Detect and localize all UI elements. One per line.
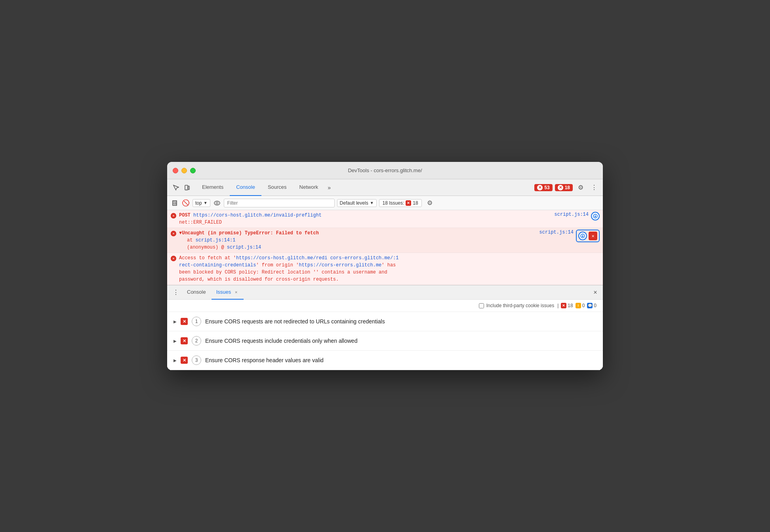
script-link-1[interactable]: script.js:14: [555, 212, 589, 217]
device-icon[interactable]: [181, 182, 192, 193]
download-button-1[interactable]: [591, 212, 600, 220]
info-badge-icon: 💬: [587, 303, 593, 308]
error-count-badge[interactable]: ✕ 53: [534, 184, 552, 191]
issue-row-1[interactable]: ▶ ✕ 1 Ensure CORS requests are not redir…: [167, 312, 603, 331]
titlebar: DevTools - cors-errors.glitch.me/: [167, 162, 603, 179]
entry-2-right: script.js:14 ✕: [539, 230, 600, 242]
svg-point-7: [214, 201, 220, 205]
bottom-tab-issues[interactable]: Issues ×: [212, 285, 244, 300]
issue-1-count: 1: [192, 317, 201, 326]
issue-3-count: 3: [192, 355, 201, 365]
script-inline-link[interactable]: script.js:14:1: [196, 238, 236, 243]
entry-3-content: Access to fetch at 'https://cors-host.gl…: [179, 255, 600, 283]
entry-1-content: POST https://cors-host.glitch.me/invalid…: [179, 212, 551, 226]
issue-1-error-icon: ✕: [181, 318, 188, 325]
separator: |: [557, 303, 558, 308]
error-icon: ✕: [537, 185, 543, 190]
bottom-more-icon[interactable]: ⋮: [170, 289, 181, 296]
issues-tab-close[interactable]: ×: [233, 289, 239, 295]
error-icon-2: ✕: [170, 230, 177, 237]
svg-point-8: [216, 202, 218, 204]
panel-close-button[interactable]: ×: [591, 288, 600, 297]
issues-count-badges: | ✕ 18 ! 0 💬 0: [557, 303, 597, 308]
traffic-lights: [173, 168, 196, 173]
svg-rect-1: [188, 186, 189, 190]
console-entry-2: ✕ ▼Uncaught (in promise) TypeError: Fail…: [167, 228, 603, 253]
console-area: ✕ POST https://cors-host.glitch.me/inval…: [167, 210, 603, 285]
error-count-group: ✕ 18: [561, 303, 573, 308]
settings-icon[interactable]: ⚙: [575, 182, 586, 193]
tab-elements[interactable]: Elements: [196, 179, 230, 196]
issue-1-expand-icon: ▶: [173, 319, 177, 324]
svg-point-2: [186, 189, 187, 189]
error-icon-1: ✕: [170, 213, 177, 219]
issues-filter-bar: Include third-party cookie issues | ✕ 18…: [167, 300, 603, 312]
anon-link[interactable]: script.js:14: [227, 245, 261, 250]
inspector-icon[interactable]: [170, 182, 181, 193]
issue-2-count: 2: [192, 336, 201, 346]
rect-link[interactable]: rect-containing-credentials: [179, 262, 256, 268]
tab-sources[interactable]: Sources: [261, 179, 293, 196]
devtools-window: DevTools - cors-errors.glitch.me/ Elemen…: [167, 162, 603, 370]
warn-badge-icon: !: [576, 303, 581, 308]
chevron-down-icon: ▼: [370, 201, 374, 205]
live-expressions-button[interactable]: [213, 199, 221, 207]
third-party-checkbox[interactable]: [479, 303, 484, 308]
entry-1-right: script.js:14: [555, 212, 600, 220]
more-options-icon[interactable]: ⋮: [589, 182, 600, 193]
issue-2-expand-icon: ▶: [173, 339, 177, 343]
close-button[interactable]: [173, 168, 178, 173]
issues-badge[interactable]: 18 Issues: ✕ 18: [379, 199, 422, 207]
bottom-panel: ⋮ Console Issues × × Include third-party…: [167, 285, 603, 370]
issue-3-error-icon: ✕: [181, 357, 188, 364]
error-badge-icon: ✕: [561, 303, 566, 308]
script-link-2[interactable]: script.js:14: [539, 230, 574, 235]
warn-count-group: ! 0: [576, 303, 585, 308]
minimize-button[interactable]: [181, 168, 187, 173]
issue-row-3[interactable]: ▶ ✕ 3 Ensure CORS response header values…: [167, 351, 603, 370]
second-toolbar: 🚫 top ▼ Default levels ▼ 18 Issues: ✕ 18: [167, 196, 603, 210]
clear-console-button[interactable]: [170, 199, 179, 207]
tab-console[interactable]: Console: [230, 179, 261, 196]
post-url-link[interactable]: https://cors-host.glitch.me/invalid-pref…: [193, 213, 322, 218]
bottom-tab-console[interactable]: Console: [182, 285, 211, 300]
warning-icon: ✕: [558, 185, 563, 190]
close-error-button[interactable]: ✕: [589, 232, 597, 240]
issue-row-2[interactable]: ▶ ✕ 2 Ensure CORS requests include crede…: [167, 331, 603, 351]
error-icon-3: ✕: [170, 255, 177, 262]
origin-link[interactable]: https://cors-errors.glitch.me: [299, 262, 381, 268]
console-entry-1: ✕ POST https://cors-host.glitch.me/inval…: [167, 210, 603, 228]
entry-2-content: ▼Uncaught (in promise) TypeError: Failed…: [179, 230, 536, 251]
issues-error-icon: ✕: [406, 200, 411, 206]
warning-count-badge[interactable]: ✕ 18: [555, 184, 573, 191]
third-party-checkbox-label[interactable]: Include third-party cookie issues: [479, 303, 554, 308]
context-selector[interactable]: top ▼: [192, 199, 210, 207]
top-toolbar: Elements Console Sources Network » ✕: [167, 179, 603, 196]
action-buttons-highlight: ✕: [576, 230, 600, 242]
default-levels-selector[interactable]: Default levels ▼: [337, 199, 377, 207]
window-title: DevTools - cors-errors.glitch.me/: [348, 167, 422, 173]
cors-errors-link[interactable]: cors-errors.glitch.me/:1: [330, 255, 399, 261]
bottom-tabs: ⋮ Console Issues × ×: [167, 285, 603, 300]
info-count-group: 💬 0: [587, 303, 597, 308]
issue-3-expand-icon: ▶: [173, 358, 177, 363]
issue-1-text: Ensure CORS requests are not redirected …: [205, 318, 385, 325]
console-entry-3: ✕ Access to fetch at 'https://cors-host.…: [167, 253, 603, 285]
chevron-down-icon: ▼: [204, 201, 208, 205]
issue-2-error-icon: ✕: [181, 337, 188, 344]
devtools-body: Elements Console Sources Network » ✕: [167, 179, 603, 370]
issues-list: ▶ ✕ 1 Ensure CORS requests are not redir…: [167, 312, 603, 370]
download-button-2[interactable]: [578, 232, 587, 240]
fetch-url-link[interactable]: https://cors-host.glitch.me/redi: [236, 255, 327, 261]
toolbar-right: ✕ 53 ✕ 18 ⚙ ⋮: [534, 182, 600, 193]
no-entry-icon[interactable]: 🚫: [181, 199, 190, 207]
issue-3-text: Ensure CORS response header values are v…: [205, 357, 324, 363]
console-settings-icon[interactable]: ⚙: [424, 198, 435, 209]
more-tabs-button[interactable]: »: [324, 179, 334, 196]
tab-network[interactable]: Network: [293, 179, 325, 196]
issue-2-text: Ensure CORS requests include credentials…: [205, 338, 357, 344]
filter-input[interactable]: [224, 199, 335, 207]
maximize-button[interactable]: [190, 168, 196, 173]
tab-bar: Elements Console Sources Network »: [196, 179, 534, 196]
